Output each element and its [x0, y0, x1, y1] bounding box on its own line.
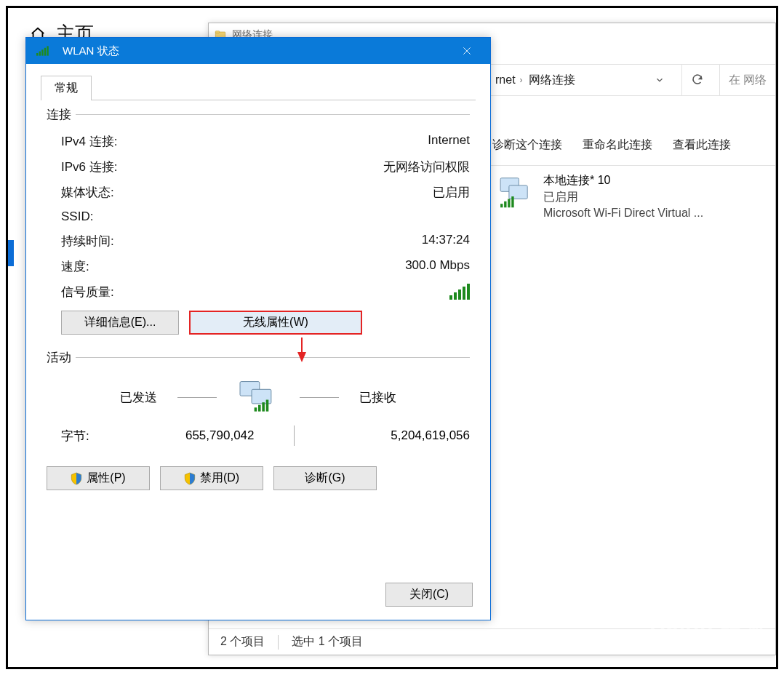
bytes-row: 字节: 655,790,042 5,204,619,056: [61, 426, 470, 446]
settings-selection-indicator: [8, 240, 14, 266]
arrow-down-icon: [297, 352, 306, 362]
tabstrip: 常规: [41, 76, 476, 100]
duration-label: 持续时间:: [61, 233, 114, 249]
chevron-down-icon: [655, 75, 665, 85]
diagnose-button[interactable]: 诊断(G): [273, 466, 377, 490]
dialog-body: 连接 IPv4 连接:Internet IPv6 连接:无网络访问权限 媒体状态…: [26, 100, 490, 514]
sent-label: 已发送: [120, 389, 157, 406]
wifi-signal-icon: [36, 46, 49, 55]
activity-dash: [300, 397, 339, 398]
status-divider: [278, 635, 279, 650]
svg-rect-10: [255, 407, 257, 411]
duration-value: 14:37:24: [422, 233, 470, 249]
group-connection-legend: 连接: [47, 106, 76, 123]
address-dropdown-button[interactable]: [644, 64, 676, 96]
speed-value: 300.0 Mbps: [405, 258, 470, 275]
status-selected: 选中 1 个项目: [292, 634, 363, 650]
bytes-sent: 655,790,042: [118, 428, 255, 443]
svg-rect-7: [511, 196, 513, 207]
media-state-value: 已启用: [433, 184, 470, 201]
group-activity: 活动 已发送 已接收 字节: 655,790,042 5,: [47, 349, 470, 490]
breadcrumb-parent[interactable]: rnet›: [495, 73, 523, 87]
refresh-button[interactable]: [681, 64, 713, 96]
svg-rect-4: [500, 204, 503, 207]
signal-quality-icon: [449, 284, 470, 300]
shield-icon: [71, 472, 82, 485]
cmd-rename[interactable]: 重命名此连接: [583, 137, 652, 153]
chevron-right-icon: ›: [520, 75, 523, 85]
svg-rect-5: [504, 201, 506, 207]
item-status: 已启用: [543, 190, 703, 205]
annotation-arrow: [297, 338, 306, 362]
svg-rect-12: [262, 402, 265, 412]
status-bar: 2 个项目 选中 1 个项目: [209, 628, 775, 655]
received-label: 已接收: [359, 389, 396, 406]
wireless-properties-button[interactable]: 无线属性(W): [189, 311, 362, 335]
cmd-diagnose[interactable]: 诊断这个连接: [492, 137, 562, 153]
list-item[interactable]: 本地连接* 10 已启用 Microsoft Wi-Fi Direct Virt…: [497, 173, 729, 220]
disable-button[interactable]: 禁用(D): [160, 466, 263, 490]
wlan-status-dialog: WLAN 状态 常规 连接 IPv4 连接:Internet IPv6 连接:无…: [25, 37, 491, 620]
properties-button[interactable]: 属性(P): [47, 466, 150, 490]
tab-general[interactable]: 常规: [41, 76, 92, 100]
activity-dash: [177, 397, 217, 398]
ssid-label: SSID:: [61, 209, 93, 224]
dialog-title: WLAN 状态: [63, 44, 119, 58]
close-dialog-button[interactable]: 关闭(C): [385, 583, 473, 607]
signal-quality-label: 信号质量:: [61, 284, 114, 303]
speed-label: 速度:: [61, 258, 89, 275]
refresh-icon: [691, 73, 704, 87]
shield-icon: [184, 472, 196, 485]
item-adapter: Microsoft Wi-Fi Direct Virtual ...: [543, 207, 703, 220]
activity-computers-icon: [237, 379, 279, 415]
svg-rect-11: [258, 405, 261, 412]
ipv4-value: Internet: [428, 133, 470, 150]
network-items: 本地连接* 10 已启用 Microsoft Wi-Fi Direct Virt…: [497, 173, 729, 220]
media-state-label: 媒体状态:: [61, 184, 114, 201]
bytes-received: 5,204,619,056: [334, 428, 471, 443]
svg-rect-6: [508, 199, 510, 207]
status-item-count: 2 个项目: [220, 634, 265, 650]
group-activity-legend: 活动: [47, 349, 76, 366]
details-button[interactable]: 详细信息(E)...: [61, 311, 179, 335]
search-placeholder: 在 网络: [729, 73, 767, 88]
activity-diagram: 已发送 已接收: [47, 379, 470, 415]
svg-rect-1: [215, 31, 219, 33]
breadcrumb-current[interactable]: 网络连接: [529, 73, 575, 88]
dialog-titlebar[interactable]: WLAN 状态: [26, 38, 490, 64]
bytes-label: 字节:: [61, 428, 118, 444]
ipv6-label: IPv6 连接:: [61, 159, 117, 175]
ipv4-label: IPv4 连接:: [61, 133, 117, 150]
close-icon: [462, 46, 472, 56]
bytes-separator: [294, 426, 295, 446]
cmd-view[interactable]: 查看此连接: [673, 137, 731, 153]
ipv6-value: 无网络访问权限: [383, 159, 470, 175]
group-connection: 连接 IPv4 连接:Internet IPv6 连接:无网络访问权限 媒体状态…: [47, 106, 470, 339]
search-box[interactable]: 在 网络: [719, 64, 775, 96]
item-name: 本地连接* 10: [543, 173, 703, 188]
network-adapter-icon: [497, 173, 536, 212]
svg-rect-13: [266, 400, 269, 412]
dialog-footer: 关闭(C): [385, 583, 473, 607]
close-button[interactable]: [451, 38, 483, 64]
